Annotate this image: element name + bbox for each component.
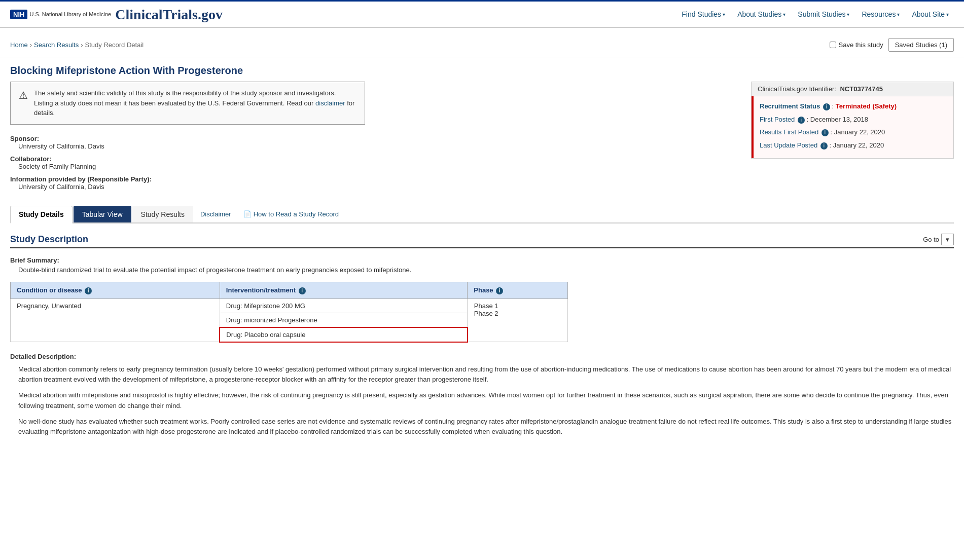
first-posted-link[interactable]: First Posted xyxy=(760,116,795,123)
breadcrumb-current: Study Record Detail xyxy=(85,41,144,49)
about-studies-arrow: ▾ xyxy=(783,12,786,17)
breadcrumb-sep-1: › xyxy=(30,41,32,49)
section-title: Study Description xyxy=(10,234,88,245)
clinicaltrials-logo[interactable]: ClinicalTrials.gov xyxy=(115,7,223,23)
nav-about-site[interactable]: About Site ▾ xyxy=(907,7,954,21)
status-box: ClinicalTrials.gov Identifier: NCT037747… xyxy=(751,82,954,159)
results-posted-info-icon[interactable]: i xyxy=(822,129,829,136)
results-posted-link[interactable]: Results First Posted xyxy=(760,128,818,136)
table-row: Pregnancy, Unwanted Drug: Mifepristone 2… xyxy=(11,298,568,313)
collaborator-section: Collaborator: Society of Family Planning xyxy=(10,155,741,170)
logo-area: NIH U.S. National Library of Medicine Cl… xyxy=(10,6,223,23)
breadcrumb-search-results[interactable]: Search Results xyxy=(34,41,79,49)
phase-info-icon[interactable]: i xyxy=(496,287,503,294)
sponsor-label: Sponsor: xyxy=(10,135,741,142)
left-column: ⚠ The safety and scientific validity of … xyxy=(10,82,741,196)
recruitment-row: Recruitment Status i : Terminated (Safet… xyxy=(760,101,947,111)
breadcrumb-home[interactable]: Home xyxy=(10,41,28,49)
right-column: ClinicalTrials.gov Identifier: NCT037747… xyxy=(751,82,954,196)
disclaimer-link[interactable]: disclaimer xyxy=(315,99,345,107)
about-site-arrow: ▾ xyxy=(946,12,949,17)
nav-submit-studies[interactable]: Submit Studies ▾ xyxy=(793,7,854,21)
table-body: Pregnancy, Unwanted Drug: Mifepristone 2… xyxy=(11,298,568,342)
tabs-bar: Study Details Tabular View Study Results… xyxy=(10,206,954,223)
col-intervention: Intervention/treatment i xyxy=(220,282,467,298)
brief-summary: Brief Summary: Double-blind randomized t… xyxy=(10,256,954,274)
detailed-label: Detailed Description: xyxy=(10,353,954,360)
collaborator-value: Society of Family Planning xyxy=(10,163,741,170)
goto-area: Go to ▾ xyxy=(923,234,954,245)
col-condition: Condition or disease i xyxy=(11,282,220,298)
submit-studies-arrow: ▾ xyxy=(847,12,849,17)
warning-box: ⚠ The safety and scientific validity of … xyxy=(10,82,365,125)
info-party-section: Information provided by (Responsible Par… xyxy=(10,175,741,191)
brief-summary-label: Brief Summary: xyxy=(10,256,954,264)
first-posted-row: First Posted i : December 13, 2018 xyxy=(760,115,947,125)
results-posted-row: Results First Posted i : January 22, 202… xyxy=(760,127,947,137)
recruitment-link[interactable]: Recruitment Status xyxy=(760,102,820,110)
tab-how-to-read[interactable]: 📄 How to Read a Study Record xyxy=(237,206,345,222)
detailed-para-2: Medical abortion with mifepristone and m… xyxy=(10,390,954,412)
table-header: Condition or disease i Intervention/trea… xyxy=(11,282,568,298)
info-party-value: University of California, Davis xyxy=(10,183,741,191)
main-two-col: ⚠ The safety and scientific validity of … xyxy=(10,82,954,196)
last-update-link[interactable]: Last Update Posted xyxy=(760,141,817,149)
section-header: Study Description Go to ▾ xyxy=(10,234,954,248)
breadcrumb-bar: Home › Search Results › Study Record Det… xyxy=(0,33,964,57)
status-header: ClinicalTrials.gov Identifier: NCT037747… xyxy=(752,82,953,96)
status-content: Recruitment Status i : Terminated (Safet… xyxy=(752,96,953,158)
saved-studies-button[interactable]: Saved Studies (1) xyxy=(888,38,954,52)
phase-cell: Phase 1 Phase 2 xyxy=(468,298,568,342)
nih-badge: NIH xyxy=(10,10,27,19)
warning-icon: ⚠ xyxy=(19,89,28,101)
nih-logo: NIH U.S. National Library of Medicine xyxy=(10,10,111,19)
recruitment-info-icon[interactable]: i xyxy=(823,103,830,110)
intervention-cell-2: Drug: micronized Progesterone xyxy=(220,313,467,327)
results-posted-value: January 22, 2020 xyxy=(834,128,885,136)
goto-button[interactable]: ▾ xyxy=(941,234,954,245)
sponsor-section: Sponsor: University of California, Davis xyxy=(10,135,741,150)
save-study-checkbox[interactable] xyxy=(830,42,836,48)
page-title: Blocking Mifepristone Action With Proges… xyxy=(10,65,954,77)
nav-find-studies[interactable]: Find Studies ▾ xyxy=(676,7,730,21)
condition-info-icon[interactable]: i xyxy=(85,287,92,294)
save-area: Save this study Saved Studies (1) xyxy=(830,38,954,52)
intervention-info-icon[interactable]: i xyxy=(299,287,306,294)
detailed-para-3: No well-done study has evaluated whether… xyxy=(10,417,954,438)
breadcrumb: Home › Search Results › Study Record Det… xyxy=(10,41,144,49)
study-description-section: Study Description Go to ▾ Brief Summary:… xyxy=(10,234,954,438)
first-posted-info-icon[interactable]: i xyxy=(798,117,805,124)
intervention-cell-1: Drug: Mifepristone 200 MG xyxy=(220,298,467,313)
warning-text: The safety and scientific validity of th… xyxy=(34,88,356,118)
table-header-row: Condition or disease i Intervention/trea… xyxy=(11,282,568,298)
intervention-cell-3-highlighted: Drug: Placebo oral capsule xyxy=(220,327,467,342)
breadcrumb-sep-2: › xyxy=(81,41,83,49)
nav-resources[interactable]: Resources ▾ xyxy=(856,7,905,21)
recruitment-value: Terminated (Safety) xyxy=(836,102,897,110)
top-nav: NIH U.S. National Library of Medicine Cl… xyxy=(0,2,964,27)
tab-study-results[interactable]: Study Results xyxy=(132,206,193,222)
last-update-row: Last Update Posted i : January 22, 2020 xyxy=(760,140,947,151)
brief-summary-text: Double-blind randomized trial to evaluat… xyxy=(10,266,954,274)
tab-tabular-view[interactable]: Tabular View xyxy=(74,206,131,222)
col-phase: Phase i xyxy=(468,282,568,298)
detailed-description: Detailed Description: Medical abortion c… xyxy=(10,353,954,438)
last-update-info-icon[interactable]: i xyxy=(820,142,828,150)
content-area: ⚠ The safety and scientific validity of … xyxy=(0,82,964,437)
goto-label: Go to xyxy=(923,236,939,243)
tab-disclaimer[interactable]: Disclaimer xyxy=(194,206,237,222)
find-studies-arrow: ▾ xyxy=(723,12,725,17)
save-study-label[interactable]: Save this study xyxy=(830,41,883,49)
nih-name: U.S. National Library of Medicine xyxy=(29,11,111,17)
page-title-section: Blocking Mifepristone Action With Proges… xyxy=(0,57,964,82)
collaborator-label: Collaborator: xyxy=(10,155,741,163)
main-nav: Find Studies ▾ About Studies ▾ Submit St… xyxy=(676,7,954,21)
study-table: Condition or disease i Intervention/trea… xyxy=(10,282,568,343)
resources-arrow: ▾ xyxy=(897,12,900,17)
condition-cell: Pregnancy, Unwanted xyxy=(11,298,220,342)
sponsor-value: University of California, Davis xyxy=(10,142,741,150)
tab-study-details[interactable]: Study Details xyxy=(10,206,73,223)
detailed-para-1: Medical abortion commonly refers to earl… xyxy=(10,364,954,386)
last-update-value: January 22, 2020 xyxy=(833,141,884,149)
nav-about-studies[interactable]: About Studies ▾ xyxy=(732,7,791,21)
